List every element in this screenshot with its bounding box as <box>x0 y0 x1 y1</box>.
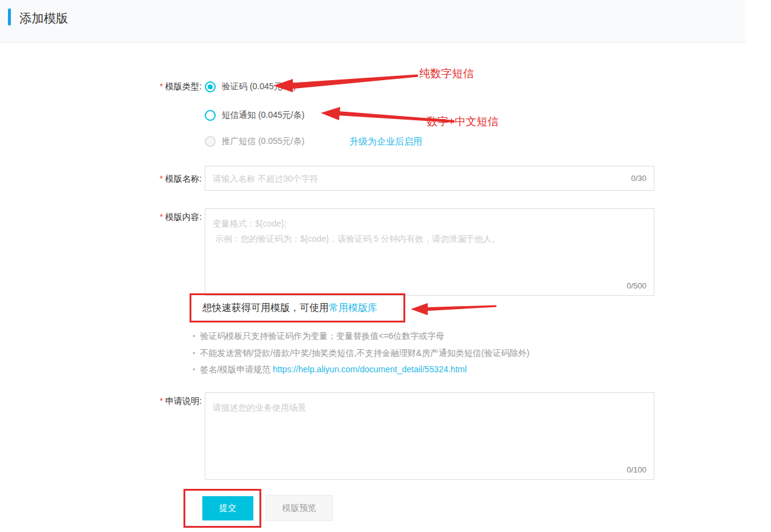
annotation-pure-digit-sms: 纯数字短信 <box>419 66 474 81</box>
apply-description-textarea[interactable] <box>205 393 654 479</box>
bullet-icon: • <box>193 349 195 358</box>
bullet-icon: • <box>193 366 195 374</box>
spec-doc-link[interactable]: https://help.aliyun.com/document_detail/… <box>273 364 467 374</box>
radio-label: 验证码 (0.045元/条) <box>222 81 296 92</box>
radio-unselected-icon[interactable] <box>205 110 216 121</box>
content-char-counter: 0/500 <box>626 281 646 290</box>
template-preview-button[interactable]: 模版预览 <box>266 495 333 521</box>
upgrade-enterprise-link[interactable]: 升级为企业后启用 <box>349 136 422 148</box>
submit-button[interactable]: 提交 <box>202 496 253 520</box>
annotation-digit-chinese-sms: 数字+中文短信 <box>427 114 499 129</box>
radio-option-verification-code[interactable]: 验证码 (0.045元/条) <box>205 81 296 93</box>
required-asterisk: * <box>160 81 163 91</box>
common-template-library-link[interactable]: 常用模版库 <box>329 302 377 315</box>
hint-text: 想快速获得可用模版，可使用 <box>202 302 329 315</box>
template-content-label: *模版内容: <box>122 212 202 223</box>
radio-label: 推广短信 (0.055元/条) <box>222 136 304 147</box>
hint-red-annotation-box: 想快速获得可用模版，可使用常用模版库 <box>190 293 405 322</box>
add-template-page: 添加模版 *模版类型: 验证码 (0.045元/条) 短信通知 (0.045元/… <box>0 0 771 532</box>
radio-label: 短信通知 (0.045元/条) <box>222 110 304 121</box>
radio-dot <box>208 84 213 89</box>
note-spec-doc: •签名/模版申请规范 https://help.aliyun.com/docum… <box>193 364 467 375</box>
required-asterisk: * <box>160 212 163 222</box>
page-header: 添加模版 <box>0 0 745 43</box>
page-title: 添加模版 <box>19 10 68 27</box>
title-accent-bar <box>8 9 11 26</box>
radio-disabled-icon <box>205 136 216 147</box>
radio-option-sms-notification[interactable]: 短信通知 (0.045元/条) <box>205 109 304 121</box>
apply-description-label: *申请说明: <box>122 396 202 407</box>
template-name-label: *模版名称: <box>122 174 202 185</box>
name-char-counter: 0/30 <box>631 174 646 183</box>
apply-description-field: 0/100 <box>205 392 654 480</box>
required-asterisk: * <box>160 174 163 183</box>
template-name-input[interactable] <box>205 166 654 190</box>
note-variable-rule: •验证码模板只支持验证码作为变量；变量替换值<=6位数字或字母 <box>193 331 444 342</box>
template-type-label: *模版类型: <box>122 81 202 92</box>
template-content-field: 0/500 <box>205 208 654 296</box>
bullet-icon: • <box>193 332 195 341</box>
template-name-field: 0/30 <box>205 166 654 191</box>
radio-option-promo-sms: 推广短信 (0.055元/条) <box>205 135 304 148</box>
template-content-textarea[interactable] <box>205 209 654 295</box>
note-forbidden-content: •不能发送营销/贷款/借款/中奖/抽奖类短信,不支持金融理财&房产通知类短信(验… <box>193 348 529 359</box>
required-asterisk: * <box>160 396 163 406</box>
apply-char-counter: 0/100 <box>626 465 646 474</box>
radio-selected-icon[interactable] <box>205 81 216 92</box>
